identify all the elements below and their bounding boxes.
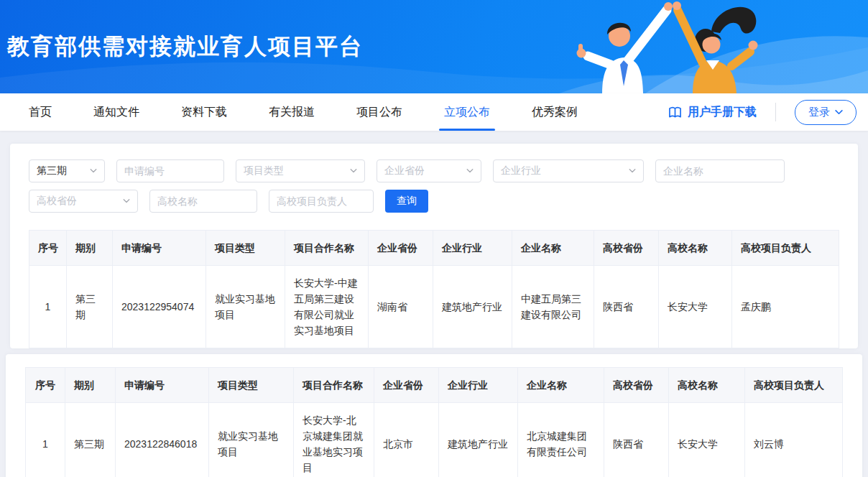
company-industry-select[interactable]: 企业行业 (493, 159, 644, 182)
company-province-select[interactable]: 企业省份 (377, 159, 481, 182)
nav-item-downloads[interactable]: 资料下载 (181, 93, 227, 131)
cell-university-leader: 刘云博 (745, 403, 843, 477)
project-type-placeholder: 项目类型 (244, 165, 284, 177)
header-cell-company-name: 企业名称 (518, 368, 604, 403)
login-label: 登录 (808, 106, 830, 119)
nav-items: 首页 通知文件 资料下载 有关报道 项目公布 立项公布 优秀案例 (29, 93, 578, 131)
header-cell-company-industry: 企业行业 (439, 368, 518, 403)
nav-bar: 首页 通知文件 资料下载 有关报道 项目公布 立项公布 优秀案例 用户手册下载 … (0, 93, 868, 131)
header-cell-index: 序号 (26, 368, 65, 403)
header-cell-application-no: 申请编号 (113, 231, 206, 266)
approved-projects-panel-2: 序号 期别 申请编号 项目类型 项目合作名称 企业省份 企业行业 企业名称 高校… (6, 354, 862, 477)
period-select[interactable]: 第三期 (29, 159, 105, 182)
manual-link-label: 用户手册下载 (688, 105, 757, 120)
company-industry-placeholder: 企业行业 (501, 165, 541, 177)
nav-right-section: 用户手册下载 登录 (668, 100, 857, 125)
nav-item-excellent-cases[interactable]: 优秀案例 (532, 93, 578, 131)
cell-index: 1 (29, 266, 67, 348)
filter-row-2: 高校省份 查询 (29, 190, 839, 213)
nav-item-project-announcements[interactable]: 项目公布 (356, 93, 402, 131)
header-cell-university-leader: 高校项目负责人 (732, 231, 839, 266)
approved-projects-table-2: 序号 期别 申请编号 项目类型 项目合作名称 企业省份 企业行业 企业名称 高校… (25, 367, 843, 477)
cell-university-province: 陕西省 (604, 403, 669, 477)
cell-cooperation-name: 长安大学-北京城建集团就业基地实习项目 (294, 403, 374, 477)
cell-university-name: 长安大学 (659, 266, 732, 348)
approved-projects-table-1: 序号 期别 申请编号 项目类型 项目合作名称 企业省份 企业行业 企业名称 高校… (29, 230, 839, 348)
cell-university-leader: 孟庆鹏 (732, 266, 839, 348)
company-province-placeholder: 企业省份 (384, 165, 425, 177)
cell-application-no: 2023122846018 (116, 403, 209, 477)
cell-index: 1 (26, 403, 65, 477)
cell-company-industry: 建筑地产行业 (439, 403, 518, 477)
divider (775, 103, 776, 121)
book-icon (668, 106, 682, 119)
header-cell-company-industry: 企业行业 (433, 231, 512, 266)
header-cell-university-leader: 高校项目负责人 (745, 368, 843, 403)
nav-item-home[interactable]: 首页 (29, 93, 52, 131)
header-cell-period: 期别 (65, 368, 116, 403)
table-row: 1 第三期 2023122846018 就业实习基地项目 长安大学-北京城建集团… (26, 403, 843, 477)
header-cell-company-name: 企业名称 (512, 231, 594, 266)
header-cell-company-province: 企业省份 (374, 368, 439, 403)
cell-university-province: 陕西省 (594, 266, 659, 348)
header-cell-application-no: 申请编号 (116, 368, 209, 403)
period-select-value: 第三期 (37, 165, 67, 177)
nav-item-notices[interactable]: 通知文件 (93, 93, 139, 131)
filter-and-results-panel: 第三期 项目类型 企业省份 企业行业 (10, 144, 858, 348)
cell-cooperation-name: 长安大学-中建五局第三建设有限公司就业实习基地项目 (285, 266, 369, 348)
chevron-down-icon (835, 110, 843, 115)
cell-project-type: 就业实习基地项目 (206, 266, 285, 348)
login-button[interactable]: 登录 (795, 100, 857, 125)
cell-period: 第三期 (65, 403, 116, 477)
header-cell-cooperation-name: 项目合作名称 (294, 368, 374, 403)
header-cell-university-province: 高校省份 (594, 231, 659, 266)
nav-item-approval-announcements[interactable]: 立项公布 (444, 93, 490, 131)
header-cell-cooperation-name: 项目合作名称 (285, 231, 369, 266)
cell-application-no: 2023122954074 (113, 266, 206, 348)
header-cell-university-province: 高校省份 (604, 368, 669, 403)
cell-company-province: 湖南省 (369, 266, 433, 348)
university-name-input[interactable] (149, 190, 257, 213)
table-header-row: 序号 期别 申请编号 项目类型 项目合作名称 企业省份 企业行业 企业名称 高校… (29, 231, 839, 266)
cell-company-industry: 建筑地产行业 (433, 266, 512, 348)
chevron-down-icon (466, 169, 474, 173)
nav-item-reports[interactable]: 有关报道 (269, 93, 315, 131)
chevron-down-icon (90, 169, 97, 173)
header-cell-index: 序号 (29, 231, 67, 266)
cell-university-name: 长安大学 (669, 403, 745, 477)
company-name-input[interactable] (655, 159, 785, 182)
cell-company-name: 北京城建集团有限责任公司 (518, 403, 604, 477)
cell-project-type: 就业实习基地项目 (209, 403, 294, 477)
chevron-down-icon (629, 169, 636, 173)
university-province-select[interactable]: 高校省份 (29, 190, 138, 213)
header-cell-project-type: 项目类型 (206, 231, 285, 266)
main-content: 第三期 项目类型 企业省份 企业行业 (0, 131, 868, 477)
cell-period: 第三期 (67, 266, 113, 348)
search-button[interactable]: 查询 (385, 190, 428, 213)
application-number-input[interactable] (116, 159, 224, 182)
filter-row-1: 第三期 项目类型 企业省份 企业行业 (29, 159, 839, 182)
chevron-down-icon (350, 169, 357, 173)
header-cell-company-province: 企业省份 (369, 231, 433, 266)
table-row: 1 第三期 2023122954074 就业实习基地项目 长安大学-中建五局第三… (29, 266, 839, 348)
cell-company-name: 中建五局第三建设有限公司 (512, 266, 594, 348)
page-title: 教育部供需对接就业育人项目平台 (7, 32, 363, 62)
cell-company-province: 北京市 (374, 403, 439, 477)
header-cell-university-name: 高校名称 (669, 368, 745, 403)
university-leader-input[interactable] (269, 190, 374, 213)
table-header-row: 序号 期别 申请编号 项目类型 项目合作名称 企业省份 企业行业 企业名称 高校… (26, 368, 843, 403)
user-manual-download-link[interactable]: 用户手册下载 (668, 105, 757, 120)
header-cell-project-type: 项目类型 (209, 368, 294, 403)
project-type-select[interactable]: 项目类型 (236, 159, 365, 182)
highfive-illustration (559, 0, 868, 93)
header-cell-period: 期别 (67, 231, 113, 266)
university-province-placeholder: 高校省份 (37, 195, 77, 208)
header-cell-university-name: 高校名称 (659, 231, 732, 266)
chevron-down-icon (123, 199, 130, 203)
banner: 教育部供需对接就业育人项目平台 (0, 0, 868, 93)
